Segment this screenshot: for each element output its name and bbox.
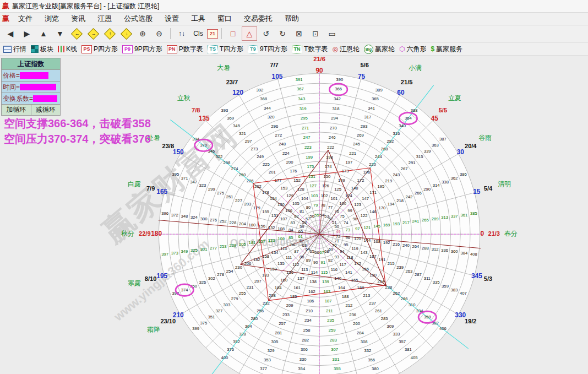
menu-item-9[interactable]: 帮助 <box>279 13 305 24</box>
tool-hexagon[interactable]: ⬡六角形 <box>399 45 426 54</box>
menu-item-6[interactable]: 工具 <box>185 13 211 24</box>
triangle-tool-button[interactable]: △ <box>242 26 257 41</box>
svg-text:23/8: 23/8 <box>162 143 175 149</box>
svg-text:50: 50 <box>335 224 340 229</box>
panel-value-field-1[interactable] <box>20 84 56 90</box>
svg-text:295: 295 <box>301 116 308 121</box>
svg-text:167: 167 <box>369 254 377 259</box>
shift-down-button[interactable]: ↓ <box>118 26 134 41</box>
svg-text:270: 270 <box>330 126 337 131</box>
svg-text:111: 111 <box>286 255 292 260</box>
svg-text:105: 105 <box>292 201 300 206</box>
svg-text:79: 79 <box>313 203 318 208</box>
menu-item-7[interactable]: 窗口 <box>211 13 238 24</box>
tool-kline[interactable]: K线 <box>58 45 77 54</box>
svg-text:53: 53 <box>324 214 329 219</box>
tool-winner-wheel[interactable]: Big赢家轮 <box>364 45 395 54</box>
tool-p-square[interactable]: PSP四方形 <box>81 45 118 54</box>
svg-text:318: 318 <box>333 106 340 111</box>
svg-text:321: 321 <box>239 131 246 136</box>
shrink-button[interactable]: ⊡ <box>308 26 323 41</box>
nav-down-button[interactable]: ▼ <box>52 26 68 41</box>
tool-9t-square[interactable]: T99T四方形 <box>248 45 287 54</box>
calendar-button[interactable]: 21 <box>207 29 218 39</box>
svg-text:立秋: 立秋 <box>177 94 190 102</box>
svg-text:337: 337 <box>451 214 458 219</box>
svg-text:367: 367 <box>297 86 304 91</box>
svg-text:20/4: 20/4 <box>465 143 477 149</box>
tool-t-table[interactable]: TNT数字表 <box>292 45 328 54</box>
svg-text:292: 292 <box>387 139 394 144</box>
stock-panel: 上证指数 价格=时间=变换系数= 加循环减循环 <box>1 58 61 116</box>
svg-text:320: 320 <box>268 115 275 120</box>
svg-text:236: 236 <box>349 312 356 317</box>
screen-button[interactable]: ▭ <box>324 26 340 41</box>
svg-text:261: 261 <box>375 308 382 313</box>
svg-text:291: 291 <box>409 160 416 165</box>
svg-text:97: 97 <box>355 226 360 231</box>
p-square-label: P四方形 <box>94 45 118 54</box>
tool-gann-wheel[interactable]: ◎江恩轮 <box>332 45 359 54</box>
square-tool-button[interactable]: □ <box>225 26 241 41</box>
svg-text:241: 241 <box>412 219 419 224</box>
svg-text:381: 381 <box>405 347 412 352</box>
winner-wheel-label: 赢家轮 <box>375 45 395 54</box>
tool-winner-service[interactable]: $赢家服务 <box>431 45 462 54</box>
shift-right-button[interactable]: → <box>85 26 101 41</box>
svg-text:100: 100 <box>339 201 346 206</box>
svg-text:187: 187 <box>325 299 332 303</box>
menu-item-5[interactable]: 设置 <box>159 13 185 24</box>
menu-item-4[interactable]: 公式选股 <box>118 13 159 24</box>
rotate-cw-button[interactable]: ↻ <box>275 26 290 41</box>
svg-text:331: 331 <box>333 357 340 362</box>
svg-text:328: 328 <box>239 332 246 337</box>
nav-prev-button[interactable]: ◀ <box>3 26 18 41</box>
cls-button[interactable]: Cls <box>190 26 206 41</box>
rotate-ccw-button[interactable]: ↺ <box>258 26 274 41</box>
svg-text:177: 177 <box>275 178 282 183</box>
svg-text:5/6: 5/6 <box>360 62 368 68</box>
tool-t-square[interactable]: TST四方形 <box>208 45 243 54</box>
menu-item-8[interactable]: 交易委托 <box>238 13 279 24</box>
svg-text:185: 185 <box>290 294 297 299</box>
shift-up-button[interactable]: ↑ <box>102 26 117 41</box>
nav-next-button[interactable]: ▶ <box>19 26 35 41</box>
sectors-label: 板块 <box>40 45 53 54</box>
tool-sectors[interactable]: 板块 <box>31 45 53 54</box>
svg-text:81: 81 <box>300 209 304 214</box>
panel-value-field-2[interactable] <box>33 95 57 102</box>
svg-text:219: 219 <box>385 178 392 183</box>
menu-item-3[interactable]: 江恩 <box>91 13 118 24</box>
shift-left-button[interactable]: ← <box>69 26 84 41</box>
svg-text:357: 357 <box>399 339 406 344</box>
panel-value-field-0[interactable] <box>20 72 48 79</box>
svg-text:348: 348 <box>181 214 188 219</box>
tool-quotes[interactable]: 行情 <box>3 45 26 54</box>
box-x-button[interactable]: ⊠ <box>291 26 307 41</box>
svg-text:230: 230 <box>235 265 242 270</box>
svg-text:119: 119 <box>352 246 358 251</box>
menu-item-1[interactable]: 浏览 <box>39 13 65 24</box>
svg-text:400: 400 <box>221 355 228 360</box>
svg-text:280: 280 <box>251 316 258 321</box>
svg-text:141: 141 <box>345 270 352 275</box>
updown-arrows-button[interactable]: ↑↓ <box>174 26 189 41</box>
cycle-button-1[interactable]: 减循环 <box>31 105 61 115</box>
grid-icon <box>3 46 12 53</box>
gann-wheel-chart[interactable]: 赢家财富网www.yingjia360.comQQ:19050003604950… <box>0 56 588 374</box>
svg-text:203: 203 <box>244 202 252 207</box>
svg-text:308: 308 <box>361 339 368 344</box>
menu-item-2[interactable]: 资讯 <box>65 13 91 24</box>
svg-text:114: 114 <box>311 270 318 275</box>
menu-item-0[interactable]: 文件 <box>12 13 39 24</box>
svg-text:162: 162 <box>308 289 315 294</box>
svg-text:351: 351 <box>208 315 215 319</box>
tool-p-table[interactable]: PNP数字表 <box>167 45 203 54</box>
zoom-in-button[interactable]: ⊕ <box>135 26 150 41</box>
nav-up-button[interactable]: ▲ <box>36 26 51 41</box>
zoom-out-button[interactable]: ⊖ <box>151 26 167 41</box>
window-title: 赢家江恩专业版[赢家服务平台] - [上证指数 江恩轮] <box>12 2 159 11</box>
svg-text:155: 155 <box>262 209 269 214</box>
tool-9p-square[interactable]: P99P四方形 <box>122 45 162 54</box>
cycle-button-0[interactable]: 加循环 <box>2 105 31 115</box>
